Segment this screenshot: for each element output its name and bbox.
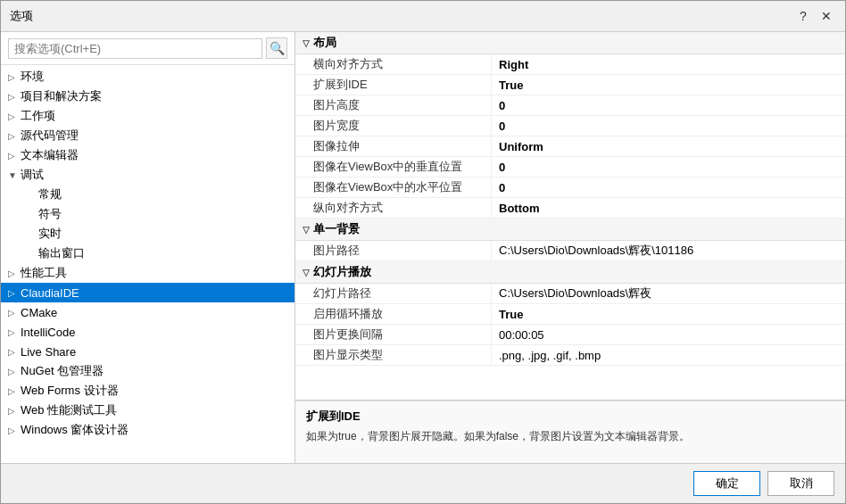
tree-arrow-nuget: ▷ [8,367,21,376]
prop-row: 纵向对齐方式Bottom [295,198,845,219]
tree-item-debug-symbol[interactable]: 符号 [1,204,294,224]
tree-arrow-perf: ▷ [8,269,21,278]
tree-item-source[interactable]: ▷源代码管理 [1,126,294,145]
close-button[interactable]: ✕ [817,6,836,26]
prop-row: 图片路径C:\Users\Dio\Downloads\辉夜\101186 [295,241,845,261]
tree-label-env: 环境 [21,69,291,85]
tree-label-work: 工作项 [21,108,291,124]
prop-row: 图片更换间隔00:00:05 [295,325,845,345]
tree-arrow-windows: ▷ [8,426,21,435]
section-title: 幻灯片播放 [313,264,371,280]
tree-item-debug[interactable]: ▼调试 [1,165,294,185]
prop-name: 图片路径 [295,241,492,260]
tree-arrow-env: ▷ [8,72,21,82]
tree-item-webforms[interactable]: ▷Web Forms 设计器 [1,381,294,401]
tree-label-debug-realtime: 实时 [38,226,291,242]
cancel-button[interactable]: 取消 [767,471,834,496]
section-toggle-icon: ▽ [303,268,310,277]
tree-label-debug-general: 常规 [38,186,291,202]
options-dialog: 选项 ? ✕ 🔍 ▷环境▷项目和解决方案▷工作项▷源代码管理▷文本编辑器▼调试常… [0,0,846,504]
prop-row: 横向对齐方式Right [295,54,845,75]
search-button[interactable]: 🔍 [266,37,287,59]
section-header[interactable]: ▽幻灯片播放 [295,261,845,284]
section-header[interactable]: ▽布局 [295,32,845,54]
tree-item-project[interactable]: ▷项目和解决方案 [1,87,294,106]
tree-arrow-cmake: ▷ [8,308,21,318]
tree-arrow-debug: ▼ [8,170,21,180]
tree-label-nuget: NuGet 包管理器 [21,363,291,379]
prop-name: 横向对齐方式 [295,54,492,74]
prop-row: 图片宽度0 [295,116,845,136]
prop-name: 纵向对齐方式 [295,198,492,218]
tree-label-webforms: Web Forms 设计器 [21,383,291,399]
prop-value: 0 [492,178,845,197]
tree-arrow-intellicode: ▷ [8,327,21,337]
prop-value: True [492,75,845,95]
prop-name: 图片宽度 [295,116,492,136]
tree-item-perf[interactable]: ▷性能工具 [1,263,294,283]
tree-label-debug-output: 输出窗口 [38,245,291,261]
tree-label-intellicode: IntelliCode [21,326,291,339]
tree-arrow-webperf: ▷ [8,406,21,416]
tree-container[interactable]: ▷环境▷项目和解决方案▷工作项▷源代码管理▷文本编辑器▼调试常规符号实时输出窗口… [1,65,294,463]
description-title: 扩展到IDE [306,409,834,425]
prop-value: 0 [492,157,845,177]
tree-item-env[interactable]: ▷环境 [1,67,294,87]
tree-arrow-source: ▷ [8,131,21,141]
tree-item-texteditor[interactable]: ▷文本编辑器 [1,145,294,165]
right-panel: ▽布局横向对齐方式Right扩展到IDETrue图片高度0图片宽度0图像拉伸Un… [295,32,845,463]
tree-item-liveshare[interactable]: ▷Live Share [1,342,294,361]
title-bar-buttons: ? ✕ [793,6,836,26]
section-toggle-icon: ▽ [303,225,310,235]
prop-value: .png, .jpg, .gif, .bmp [492,345,845,365]
description-panel: 扩展到IDE 如果为true，背景图片展开隐藏。如果为false，背景图片设置为… [295,401,845,463]
tree-item-webperf[interactable]: ▷Web 性能测试工具 [1,401,294,420]
search-box: 🔍 [1,32,294,65]
tree-label-liveshare: Live Share [21,345,291,359]
prop-name: 图片高度 [295,95,492,115]
tree-item-cmake[interactable]: ▷CMake [1,302,294,322]
section-header[interactable]: ▽单一背景 [295,219,845,241]
tree-item-intellicode[interactable]: ▷IntelliCode [1,322,294,342]
search-input[interactable] [8,38,262,59]
tree-label-texteditor: 文本编辑器 [21,147,291,163]
tree-item-claudiaIDE[interactable]: ▷ClaudiaIDE [1,283,294,302]
prop-row: 幻灯片路径C:\Users\Dio\Downloads\辉夜 [295,284,845,304]
prop-value: C:\Users\Dio\Downloads\辉夜\101186 [492,241,845,260]
tree-item-work[interactable]: ▷工作项 [1,106,294,126]
section-title: 布局 [313,35,336,51]
prop-value: 0 [492,116,845,136]
prop-name: 图片显示类型 [295,345,492,365]
prop-row: 图像在ViewBox中的垂直位置0 [295,157,845,178]
tree-item-debug-general[interactable]: 常规 [1,185,294,204]
prop-value: Bottom [492,198,845,218]
prop-row: 图片显示类型.png, .jpg, .gif, .bmp [295,345,845,366]
prop-value: Uniform [492,136,845,156]
prop-value: C:\Users\Dio\Downloads\辉夜 [492,284,845,303]
tree-arrow-texteditor: ▷ [8,151,21,161]
ok-button[interactable]: 确定 [693,471,760,496]
prop-row: 启用循环播放True [295,304,845,325]
dialog-title: 选项 [10,8,33,24]
help-button[interactable]: ? [793,6,813,26]
tree-arrow-work: ▷ [8,112,21,121]
dialog-footer: 确定 取消 [1,463,845,503]
tree-item-nuget[interactable]: ▷NuGet 包管理器 [1,361,294,381]
prop-row: 图片高度0 [295,95,845,116]
properties-container: ▽布局横向对齐方式Right扩展到IDETrue图片高度0图片宽度0图像拉伸Un… [295,32,845,401]
tree-arrow-webforms: ▷ [8,386,21,396]
dialog-body: 🔍 ▷环境▷项目和解决方案▷工作项▷源代码管理▷文本编辑器▼调试常规符号实时输出… [1,32,845,463]
section-toggle-icon: ▽ [303,38,310,48]
tree-item-debug-output[interactable]: 输出窗口 [1,244,294,263]
prop-row: 扩展到IDETrue [295,75,845,95]
description-text: 如果为true，背景图片展开隐藏。如果为false，背景图片设置为文本编辑器背景… [306,428,834,444]
tree-label-source: 源代码管理 [21,128,291,144]
tree-label-debug-symbol: 符号 [38,206,291,222]
tree-item-windows[interactable]: ▷Windows 窗体设计器 [1,420,294,440]
tree-item-debug-realtime[interactable]: 实时 [1,224,294,244]
tree-label-webperf: Web 性能测试工具 [21,402,291,418]
tree-arrow-claudiaIDE: ▷ [8,288,21,298]
tree-label-claudiaIDE: ClaudiaIDE [21,286,291,300]
prop-name: 启用循环播放 [295,304,492,324]
left-panel: 🔍 ▷环境▷项目和解决方案▷工作项▷源代码管理▷文本编辑器▼调试常规符号实时输出… [1,32,295,463]
